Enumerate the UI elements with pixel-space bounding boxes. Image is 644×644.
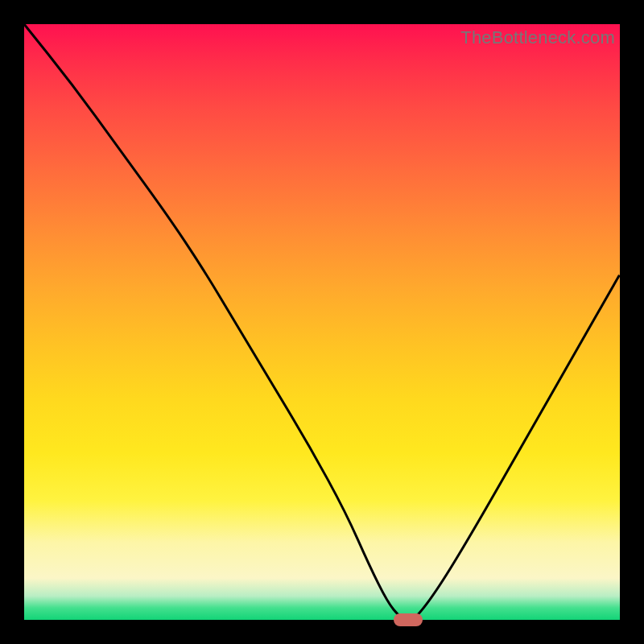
chart-frame: TheBottleneck.com bbox=[0, 0, 644, 644]
plot-area: TheBottleneck.com bbox=[24, 24, 620, 620]
curve-path bbox=[24, 24, 620, 619]
minimum-marker bbox=[394, 613, 423, 626]
bottleneck-curve bbox=[24, 24, 620, 620]
